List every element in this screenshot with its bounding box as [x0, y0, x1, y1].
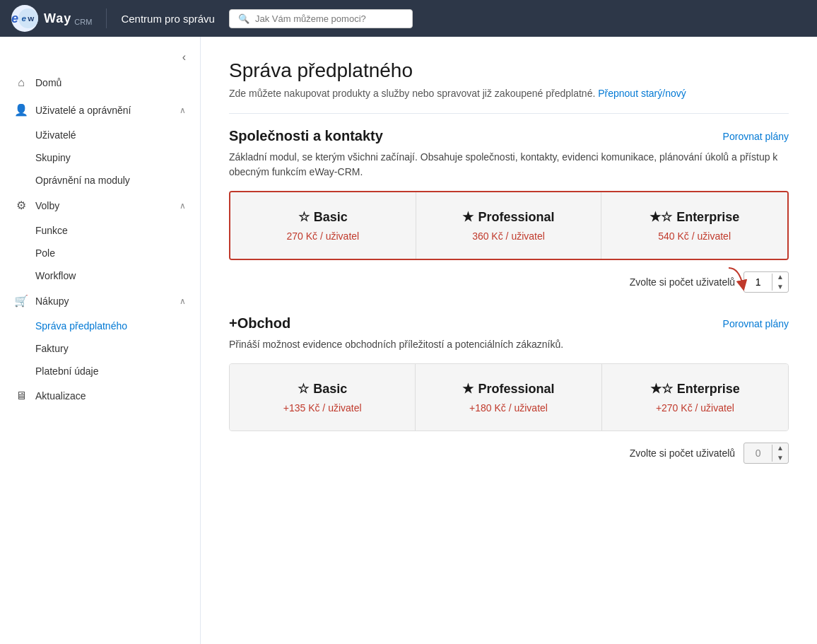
section-title-obchod: +Obchod: [229, 315, 290, 332]
sidebar-sub-opravneni[interactable]: Oprávnění na moduly: [0, 169, 200, 192]
section-header-obchod: +Obchod Porovnat plány: [229, 315, 789, 332]
arrow-up-button-obchod[interactable]: ▲: [772, 443, 788, 453]
plan-name-enterprise-obchod: ★☆ Enterprise: [616, 381, 774, 397]
page-title: Správa předplatného: [229, 59, 789, 82]
sidebar-item-volby[interactable]: ⚙ Volby ∧: [0, 192, 200, 219]
plan-card-basic-obchod[interactable]: ☆ Basic +135 Kč / uživatel: [230, 364, 416, 431]
section-title-spolecnosti: Společnosti a kontakty: [229, 128, 383, 144]
star-filled-icon-obchod: ★: [462, 381, 474, 397]
main-layout: ‹ ⌂ Domů 👤 Uživatelé a oprávnění ∧ Uživa…: [0, 37, 817, 644]
header-title: Centrum pro správu: [121, 13, 215, 25]
sidebar-collapse-button[interactable]: ‹: [180, 48, 189, 66]
sidebar-item-uzivatele[interactable]: 👤 Uživatelé a oprávnění ∧: [0, 96, 200, 124]
chevron-up-icon: ∧: [180, 105, 186, 115]
svg-text:W: W: [28, 15, 35, 23]
switch-link[interactable]: Přepnout starý/nový: [598, 88, 686, 99]
sidebar-sub-faktury[interactable]: Faktury: [0, 337, 200, 360]
sidebar-sub-funkce[interactable]: Funkce: [0, 219, 200, 242]
plan-price-enterprise-obchod: +270 Kč / uživatel: [616, 402, 774, 414]
arrow-down-button-spolecnosti[interactable]: ▼: [772, 282, 788, 292]
section-desc-spolecnosti: Základní modul, se kterým všichni začína…: [229, 150, 789, 180]
home-icon: ⌂: [14, 76, 28, 89]
plan-name-professional-obchod: ★ Professional: [430, 381, 587, 397]
search-input[interactable]: [255, 13, 404, 24]
star-double-icon: ★☆: [650, 209, 672, 225]
arrow-annotation: [707, 264, 750, 303]
user-count-label-obchod: Zvolte si počet uživatelů: [630, 447, 735, 459]
search-bar[interactable]: 🔍: [229, 9, 413, 28]
monitor-icon: 🖥: [14, 390, 28, 402]
header-divider: [106, 8, 107, 28]
plan-card-enterprise-spolecnosti[interactable]: ★☆ Enterprise 540 Kč / uživatel: [601, 192, 787, 259]
plan-name-professional: ★ Professional: [430, 209, 587, 225]
plan-name-basic-obchod: ☆ Basic: [244, 381, 401, 397]
sidebar-item-label-aktualizace: Aktualizace: [35, 390, 86, 402]
plan-price-basic-obchod: +135 Kč / uživatel: [244, 402, 401, 414]
arrow-down-button-obchod[interactable]: ▼: [772, 453, 788, 463]
page-subtitle: Zde můžete nakupovat produkty a služby n…: [229, 88, 789, 99]
arrow-up-button-spolecnosti[interactable]: ▲: [772, 272, 788, 282]
svg-text:e: e: [21, 13, 26, 23]
user-count-value-obchod: 0: [744, 445, 772, 462]
sidebar-sub-skupiny[interactable]: Skupiny: [0, 146, 200, 169]
logo-crm: CRM: [74, 18, 92, 26]
user-count-row-obchod: Zvolte si počet uživatelů 0 ▲ ▼: [229, 443, 789, 464]
sidebar-sub-uzivatele[interactable]: Uživatelé: [0, 124, 200, 146]
plan-grid-spolecnosti: ☆ Basic 270 Kč / uživatel ★ Professional…: [229, 191, 789, 260]
star-double-icon-obchod: ★☆: [650, 381, 673, 397]
section-header-spolecnosti: Společnosti a kontakty Porovnat plány: [229, 128, 789, 144]
search-icon: 🔍: [238, 13, 249, 24]
sidebar: ‹ ⌂ Domů 👤 Uživatelé a oprávnění ∧ Uživa…: [0, 37, 201, 644]
sidebar-item-aktualizace[interactable]: 🖥 Aktualizace: [0, 382, 200, 409]
section-divider-1: [229, 113, 789, 114]
main-content: Správa předplatného Zde můžete nakupovat…: [201, 37, 817, 644]
compare-link-spolecnosti[interactable]: Porovnat plány: [723, 131, 789, 142]
logo: e W Way CRM: [11, 5, 92, 32]
plan-card-professional-spolecnosti[interactable]: ★ Professional 360 Kč / uživatel: [416, 192, 602, 259]
plan-price-professional: 360 Kč / uživatel: [430, 230, 587, 242]
user-count-arrows-obchod: ▲ ▼: [772, 443, 788, 463]
sidebar-item-label-domu: Domů: [35, 77, 61, 88]
user-count-row-spolecnosti: Zvolte si počet uživatelů 1 ▲ ▼: [229, 271, 789, 293]
chevron-up-icon2: ∧: [180, 201, 186, 211]
plan-card-professional-obchod[interactable]: ★ Professional +180 Kč / uživatel: [416, 364, 601, 431]
gear-icon: ⚙: [14, 199, 28, 212]
sidebar-item-label-nakupy: Nákupy: [35, 295, 69, 307]
bag-icon: 🛒: [14, 294, 28, 308]
plan-name-enterprise: ★☆ Enterprise: [616, 209, 773, 225]
compare-link-obchod[interactable]: Porovnat plány: [723, 318, 789, 329]
sidebar-sub-workflow[interactable]: Workflow: [0, 264, 200, 287]
logo-icon: e W: [11, 5, 38, 32]
plan-price-basic: 270 Kč / uživatel: [245, 230, 401, 242]
sidebar-item-label-volby: Volby: [35, 200, 59, 211]
user-count-arrows-spolecnosti: ▲ ▼: [772, 272, 788, 292]
plan-price-enterprise: 540 Kč / uživatel: [616, 230, 773, 242]
sidebar-sub-sprava[interactable]: Správa předplatného: [0, 315, 200, 337]
plan-grid-obchod: ☆ Basic +135 Kč / uživatel ★ Professiona…: [229, 363, 789, 431]
logo-text: Way: [44, 11, 71, 26]
user-count-input-obchod[interactable]: 0 ▲ ▼: [743, 443, 789, 464]
sidebar-item-nakupy[interactable]: 🛒 Nákupy ∧: [0, 287, 200, 315]
plan-name-basic: ☆ Basic: [245, 209, 401, 225]
plan-card-enterprise-obchod[interactable]: ★☆ Enterprise +270 Kč / uživatel: [602, 364, 788, 431]
plan-price-professional-obchod: +180 Kč / uživatel: [430, 402, 587, 414]
sidebar-sub-platebni[interactable]: Platební údaje: [0, 360, 200, 382]
user-count-input-spolecnosti[interactable]: 1 ▲ ▼: [743, 271, 789, 293]
arrow-svg: [707, 264, 750, 300]
sidebar-collapse-area: ‹: [0, 42, 200, 69]
section-desc-obchod: Přináší možnost evidence obchodních příl…: [229, 337, 789, 352]
user-icon: 👤: [14, 103, 28, 117]
sidebar-sub-pole[interactable]: Pole: [0, 242, 200, 264]
app-header: e W Way CRM Centrum pro správu 🔍: [0, 0, 817, 37]
star-empty-icon-obchod: ☆: [298, 381, 309, 397]
plan-card-basic-spolecnosti[interactable]: ☆ Basic 270 Kč / uživatel: [230, 192, 416, 259]
star-filled-icon: ★: [462, 209, 474, 225]
star-empty-icon: ☆: [298, 209, 310, 225]
chevron-up-icon3: ∧: [180, 296, 186, 306]
sidebar-item-label-uzivatele: Uživatelé a oprávnění: [35, 105, 131, 116]
sidebar-item-domu[interactable]: ⌂ Domů: [0, 69, 200, 96]
